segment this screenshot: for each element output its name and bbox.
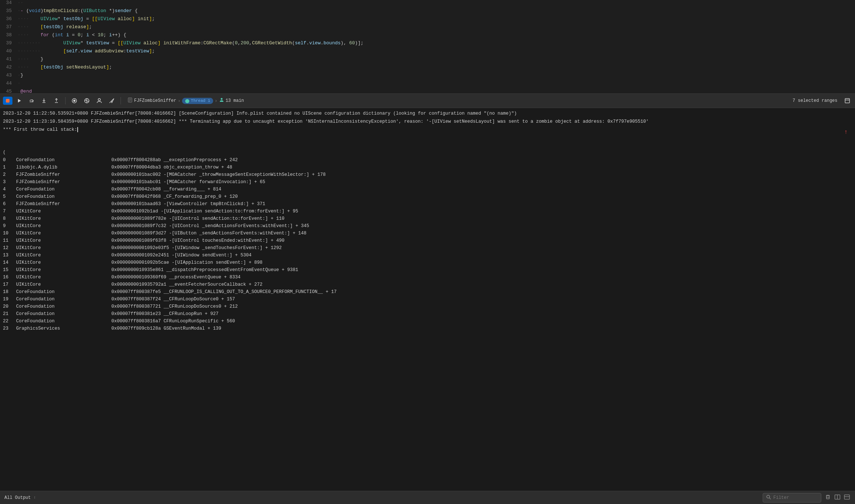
code-line-40: 40 ········ [self.view addSubview:testVi… bbox=[0, 48, 855, 56]
console-line-1: 2023-12-20 11:22:50.535921+0800 FJFZombi… bbox=[0, 110, 855, 118]
person-icon bbox=[219, 97, 224, 104]
svg-point-17 bbox=[221, 98, 222, 100]
svg-marker-1 bbox=[18, 99, 21, 103]
thread-selector-button[interactable] bbox=[82, 96, 92, 105]
stack-frame-10: 10 UIKitCore 0x0000000001089f3d27 -[UIBu… bbox=[0, 230, 855, 237]
stack-frame-15: 15 UIKitCore 0x0000000010935e861 __dispa… bbox=[0, 266, 855, 274]
status-icons bbox=[824, 493, 851, 502]
expand-button[interactable] bbox=[843, 97, 852, 105]
code-line-45: 45 ·@end bbox=[0, 89, 855, 93]
code-line-44: 44 · bbox=[0, 81, 855, 89]
breadcrumb: FJFZombieSniffer › ⬤ Thread 1 › 13 main bbox=[125, 97, 791, 104]
status-bar: All Output ↕ bbox=[0, 491, 855, 504]
stack-frame-21: 21 CoreFoundation 0x00007ff800381e23 __C… bbox=[0, 310, 855, 318]
stack-frame-11: 11 UIKitCore 0x0000000001089f63f8 -[UICo… bbox=[0, 237, 855, 244]
stack-frame-22: 22 CoreFoundation 0x00007ff8003816a7 CFR… bbox=[0, 318, 855, 325]
svg-rect-18 bbox=[845, 99, 850, 103]
status-left: All Output ↕ bbox=[4, 495, 36, 500]
stack-frame-1: 1 libobjc.A.dylib 0x00007ff80004dba3 obj… bbox=[0, 164, 855, 171]
breadcrumb-main[interactable]: 13 main bbox=[226, 98, 244, 103]
stack-frame-20: 20 CoreFoundation 0x00007ff800387721 __C… bbox=[0, 303, 855, 310]
file-icon bbox=[127, 97, 133, 104]
stack-frame-17: 17 UIKitCore 0x0000000010935792a1 __even… bbox=[0, 281, 855, 288]
code-line-41: 41 ···· } bbox=[0, 56, 855, 64]
svg-line-21 bbox=[769, 498, 771, 499]
thread-label: Thread 1 bbox=[191, 99, 210, 103]
svg-rect-27 bbox=[844, 495, 850, 499]
console-line-2: 2023-12-20 11:23:10.584359+0800 FJFZombi… bbox=[0, 118, 855, 126]
output-label[interactable]: All Output bbox=[4, 495, 31, 500]
stack-frame-2: 2 FJFZombieSniffer 0x0000000101bac002 -[… bbox=[0, 171, 855, 178]
trash-button[interactable] bbox=[824, 493, 832, 502]
stack-frame-5: 5 CoreFoundation 0x00007ff80042f068 _CF_… bbox=[0, 193, 855, 200]
continue-button[interactable] bbox=[15, 97, 24, 105]
filter-input[interactable] bbox=[773, 495, 817, 500]
code-line-34: 34 ·· bbox=[0, 0, 855, 8]
stack-frame-8: 8 UIKitCore 0x0000000001089f782e -[UICon… bbox=[0, 215, 855, 222]
code-line-43: 43 ·} bbox=[0, 73, 855, 81]
stack-frame-6: 6 FJFZombieSniffer 0x0000000101baad63 -[… bbox=[0, 200, 855, 208]
toolbar-separator-2 bbox=[121, 97, 121, 104]
stack-frame-13: 13 UIKitCore 0x00000000001092e2451 -[UIW… bbox=[0, 252, 855, 259]
code-line-35: 35 ·- (void)tmpBtnClickd:(UIButton *)sen… bbox=[0, 8, 855, 16]
stack-frame-7: 7 UIKitCore 0x00000001092b1ad -[UIApplic… bbox=[0, 208, 855, 215]
toolbar-separator-1 bbox=[65, 97, 66, 104]
step-into-button[interactable] bbox=[39, 96, 49, 105]
svg-marker-12 bbox=[110, 99, 114, 103]
stack-frame-18: 18 CoreFoundation 0x00007ff800387fe5 __C… bbox=[0, 288, 855, 296]
red-arrow-indicator: ↑ bbox=[844, 129, 848, 136]
svg-rect-22 bbox=[826, 496, 829, 499]
console-line-4: ( bbox=[0, 148, 855, 156]
console-output[interactable]: 2023-12-20 11:22:50.535921+0800 FJFZombi… bbox=[0, 108, 855, 491]
stack-frame-14: 14 UIKitCore 0x00000000001092b5cae -[UIA… bbox=[0, 259, 855, 266]
debug-toolbar: FJFZombieSniffer › ⬤ Thread 1 › 13 main … bbox=[0, 93, 855, 108]
console-line-3: *** First throw call stack: ↑ bbox=[0, 126, 855, 148]
stack-frame-0: 0 CoreFoundation 0x00007ff8004288ab __ex… bbox=[0, 156, 855, 164]
code-line-38: 38 ···· for (int i = 0; i < 10; i++) { bbox=[0, 32, 855, 40]
people-button[interactable] bbox=[94, 96, 104, 105]
thread-indicator[interactable]: ⬤ Thread 1 bbox=[182, 98, 213, 104]
breakpoint-button[interactable] bbox=[69, 96, 79, 105]
filter-box[interactable] bbox=[763, 493, 821, 503]
stack-frame-19: 19 CoreFoundation 0x00007ff800387f24 __C… bbox=[0, 296, 855, 303]
code-line-37: 37 ···· [testObj release]; bbox=[0, 24, 855, 32]
step-out-button[interactable] bbox=[51, 96, 62, 105]
expand-console-button[interactable] bbox=[843, 493, 851, 502]
step-over-button[interactable] bbox=[26, 96, 37, 105]
code-line-36: 36 ···· UIView* testObj = [[UIView alloc… bbox=[0, 16, 855, 24]
stack-frame-3: 3 FJFZombieSniffer 0x0000000101babc01 -[… bbox=[0, 178, 855, 186]
output-arrow[interactable]: ↕ bbox=[34, 496, 36, 500]
text-cursor bbox=[77, 127, 78, 132]
stack-frame-16: 16 UIKitCore 0x000000000109360f69 __proc… bbox=[0, 274, 855, 281]
svg-point-8 bbox=[73, 100, 75, 102]
stack-frame-12: 12 UIKitCore 0x00000000001092e03f5 -[UIW… bbox=[0, 244, 855, 252]
filter-icon bbox=[766, 494, 771, 501]
svg-point-11 bbox=[98, 99, 100, 101]
code-editor: 34 ·· 35 ·- (void)tmpBtnClickd:(UIButton… bbox=[0, 0, 855, 93]
svg-rect-0 bbox=[6, 99, 10, 103]
selected-ranges: 7 selected ranges bbox=[793, 98, 837, 103]
breadcrumb-arrow-1: › bbox=[178, 98, 181, 104]
status-right bbox=[763, 493, 851, 503]
stack-frame-4: 4 CoreFoundation 0x00007ff80042cb08 __fo… bbox=[0, 186, 855, 193]
location-button[interactable] bbox=[107, 96, 117, 105]
breadcrumb-filename[interactable]: FJFZombieSniffer bbox=[134, 98, 176, 103]
stack-frame-23: 23 GraphicsServices 0x00007ff809cb128a G… bbox=[0, 325, 855, 332]
layout-button[interactable] bbox=[834, 493, 841, 502]
code-line-42: 42 ···· [testObj setNeedsLayout]; bbox=[0, 64, 855, 73]
stop-button[interactable] bbox=[3, 97, 12, 105]
code-line-39: 39 ········ UIView* testView = [[UIView … bbox=[0, 40, 855, 48]
breadcrumb-arrow-2: › bbox=[215, 98, 218, 104]
stack-frame-9: 9 UIKitCore 0x0000000001089f7c32 -[UICon… bbox=[0, 222, 855, 230]
svg-point-20 bbox=[767, 495, 770, 498]
